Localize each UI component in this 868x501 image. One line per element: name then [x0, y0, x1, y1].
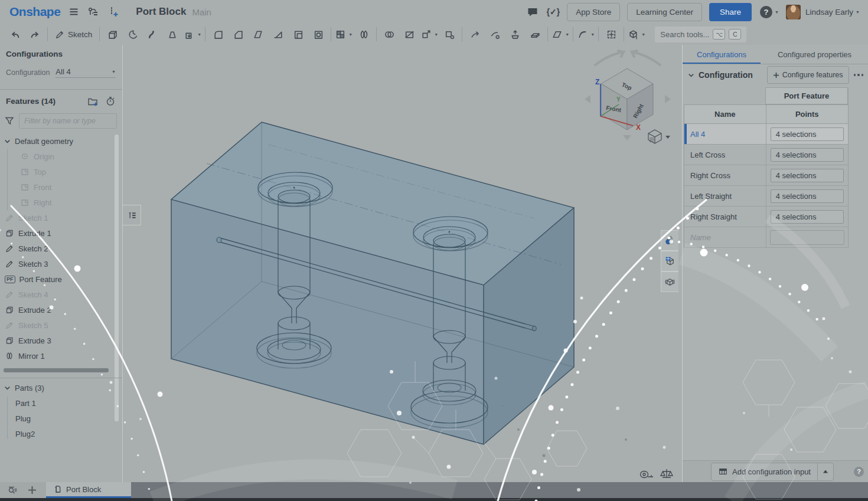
- feature-item[interactable]: Sketch 4: [0, 287, 113, 302]
- sketch-button[interactable]: Sketch: [50, 25, 97, 43]
- help-chevron-down-icon[interactable]: ▼: [775, 10, 779, 14]
- new-folder-button[interactable]: [87, 96, 99, 106]
- feature-item[interactable]: Sketch 3: [0, 256, 113, 271]
- parts-group[interactable]: Parts (3): [0, 380, 118, 395]
- thicken-tool-button[interactable]: ▼: [182, 25, 203, 43]
- configuration-dropdown[interactable]: All 4 ▼: [56, 67, 116, 78]
- selections-box[interactable]: 4 selections: [771, 210, 844, 224]
- chevron-down-icon[interactable]: [687, 71, 695, 79]
- redo-button[interactable]: [25, 25, 45, 43]
- config-row[interactable]: Right Straight4 selections: [684, 207, 848, 227]
- comments-button[interactable]: [527, 6, 539, 17]
- hole-tool-button[interactable]: [308, 25, 328, 43]
- offset-surface-tool-button[interactable]: [525, 25, 545, 43]
- tab-configured-properties[interactable]: Configured properties: [761, 45, 868, 64]
- config-row[interactable]: Left Cross4 selections: [684, 145, 848, 165]
- workspace-name[interactable]: Main: [192, 7, 211, 17]
- mirror-tool-button[interactable]: [354, 25, 374, 43]
- learning-center-button[interactable]: Learning Center: [627, 3, 702, 21]
- config-name[interactable]: All 4: [684, 124, 766, 144]
- undo-button[interactable]: [5, 25, 25, 43]
- custom-tables-panel-button[interactable]: [661, 271, 678, 292]
- feature-item[interactable]: Origin: [0, 149, 113, 164]
- plane-tool-button[interactable]: ▼: [550, 25, 570, 43]
- insert-new-button[interactable]: [107, 6, 119, 18]
- feature-item[interactable]: Mirror 1: [0, 348, 113, 364]
- featurescript-button[interactable]: {✓}: [547, 7, 560, 17]
- configuration-panel-button[interactable]: [661, 251, 678, 271]
- horizontal-scrollbar[interactable]: [4, 368, 109, 372]
- part-item[interactable]: Plug2: [0, 426, 118, 441]
- helix-tool-button[interactable]: ▼: [576, 25, 596, 43]
- feature-item[interactable]: PFPort Feature: [0, 271, 113, 287]
- loft-tool-button[interactable]: [162, 25, 182, 43]
- selections-box[interactable]: 4 selections: [771, 127, 844, 141]
- add-config-dropdown[interactable]: [817, 463, 833, 480]
- feature-item[interactable]: Sketch 2: [0, 241, 113, 256]
- chamfer-tool-button[interactable]: [228, 25, 248, 43]
- config-name[interactable]: Left Straight: [684, 186, 766, 206]
- extrude-tool-button[interactable]: [102, 25, 122, 43]
- panel-help-button[interactable]: ?: [854, 467, 864, 477]
- part-item[interactable]: Part 1: [0, 395, 118, 411]
- onshape-logo[interactable]: Onshape: [9, 5, 60, 19]
- move-face-tool-button[interactable]: [465, 25, 485, 43]
- chevron-down-icon[interactable]: ▼: [565, 32, 569, 37]
- sweep-tool-button[interactable]: [142, 25, 162, 43]
- add-configuration-input-button[interactable]: Add configuration input: [711, 463, 834, 481]
- avatar[interactable]: [786, 5, 801, 19]
- rib-tool-button[interactable]: [268, 25, 288, 43]
- feature-item[interactable]: Right: [0, 195, 113, 210]
- delete-face-tool-button[interactable]: [485, 25, 505, 43]
- help-button[interactable]: ?: [760, 6, 772, 18]
- feature-item[interactable]: Sketch 1: [0, 210, 113, 225]
- tab-port-block[interactable]: Port Block: [46, 482, 131, 498]
- filter-input[interactable]: Filter by name or type: [19, 113, 117, 129]
- more-options-button[interactable]: [854, 74, 864, 76]
- feature-item[interactable]: Top: [0, 164, 113, 179]
- versions-button[interactable]: [87, 6, 99, 17]
- delete-part-tool-button[interactable]: [439, 25, 459, 43]
- transform-tool-button[interactable]: ▼: [419, 25, 439, 43]
- filter-icon[interactable]: [5, 116, 14, 126]
- feature-item[interactable]: Front: [0, 179, 113, 195]
- chevron-down-icon[interactable]: ▼: [197, 32, 201, 37]
- config-row[interactable]: All 44 selections: [684, 124, 848, 145]
- boolean-tool-button[interactable]: [379, 25, 399, 43]
- selections-box[interactable]: 4 selections: [771, 189, 844, 203]
- chevron-down-icon[interactable]: ▼: [434, 32, 438, 37]
- config-row[interactable]: Left Straight4 selections: [684, 186, 848, 207]
- chevron-down-icon[interactable]: ▼: [590, 32, 595, 37]
- linear-pattern-tool-button[interactable]: ▼: [334, 25, 354, 43]
- config-name[interactable]: Right Straight: [684, 207, 766, 227]
- new-config-name-input[interactable]: Name: [684, 227, 766, 247]
- feature-item[interactable]: Extrude 2: [0, 302, 113, 317]
- feature-list-toggle-button[interactable]: [123, 205, 141, 225]
- new-config-row[interactable]: Name: [684, 227, 848, 248]
- fillet-tool-button[interactable]: [208, 25, 228, 43]
- chevron-down-icon[interactable]: ▼: [348, 32, 353, 37]
- tab-configurations[interactable]: Configurations: [683, 45, 761, 64]
- search-tools-input[interactable]: Search tools... ⌥ C: [655, 27, 746, 42]
- search-tabs-button[interactable]: [7, 485, 18, 496]
- config-row[interactable]: Right Cross4 selections: [684, 165, 848, 186]
- appearance-panel-button[interactable]: [661, 230, 678, 251]
- config-name[interactable]: Right Cross: [684, 165, 766, 185]
- feature-item[interactable]: Extrude 3: [0, 333, 113, 348]
- feature-item[interactable]: Sketch 5: [0, 317, 113, 333]
- chevron-down-icon[interactable]: ▼: [641, 32, 645, 37]
- split-tool-button[interactable]: [399, 25, 419, 43]
- app-store-button[interactable]: App Store: [567, 3, 620, 21]
- config-name[interactable]: Left Cross: [684, 145, 766, 165]
- share-button[interactable]: Share: [709, 3, 752, 21]
- selections-box[interactable]: 4 selections: [771, 169, 844, 182]
- assembly-context-tool-button[interactable]: ▼: [626, 25, 647, 43]
- frame-tool-button[interactable]: [601, 25, 621, 43]
- main-menu-button[interactable]: [68, 6, 79, 17]
- replace-face-tool-button[interactable]: [505, 25, 525, 43]
- rollback-history-button[interactable]: [105, 96, 116, 106]
- shell-tool-button[interactable]: [288, 25, 308, 43]
- revolve-tool-button[interactable]: [122, 25, 142, 43]
- draft-tool-button[interactable]: [248, 25, 268, 43]
- feature-item[interactable]: Extrude 1: [0, 225, 113, 241]
